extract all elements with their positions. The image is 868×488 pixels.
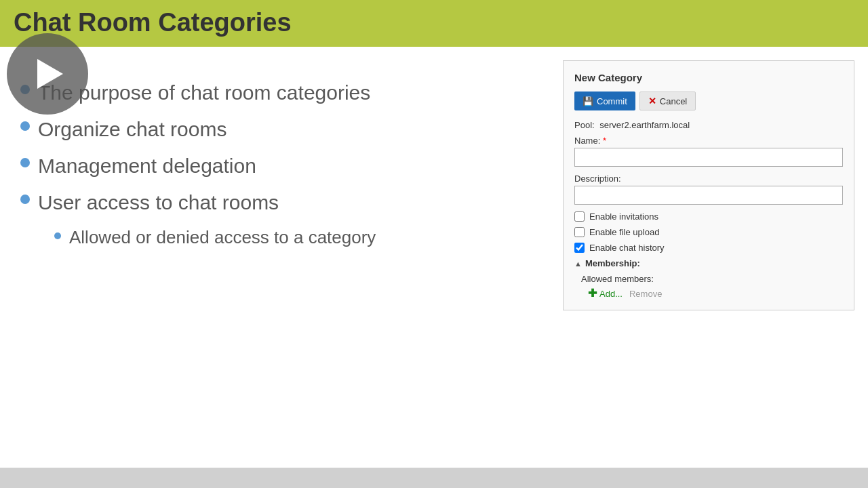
bullet-text-3: Management delegation [38, 154, 256, 178]
form-container: New Category 💾 Commit ✕ Cancel Pool: ser… [563, 60, 854, 310]
required-indicator: * [603, 136, 606, 146]
left-panel: The purpose of chat room categories Orga… [0, 47, 556, 487]
checkbox-chathistory-row: Enable chat history [574, 243, 843, 253]
header-bar: Chat Room Categories [0, 0, 868, 47]
membership-header: ▲ Membership: [574, 258, 843, 268]
bullet-dot [20, 195, 30, 204]
allowed-members-label: Allowed members: [574, 274, 843, 284]
list-item: Management delegation [20, 154, 536, 178]
plus-icon: ✚ [588, 288, 597, 299]
membership-section: ▲ Membership: Allowed members: ✚ Add... … [574, 258, 843, 299]
checkbox-fileupload-row: Enable file upload [574, 227, 843, 237]
description-input[interactable] [574, 186, 843, 205]
pool-label: Pool: [574, 120, 595, 130]
bullet-dot [20, 158, 30, 167]
commit-label: Commit [597, 96, 627, 106]
cancel-button[interactable]: ✕ Cancel [639, 92, 696, 110]
name-field-row: Name: * [574, 136, 843, 167]
enable-file-upload-label: Enable file upload [589, 227, 659, 237]
member-actions: ✚ Add... Remove [574, 288, 843, 299]
remove-button[interactable]: Remove [629, 289, 662, 299]
add-label: Add... [599, 289, 623, 299]
main-content: The purpose of chat room categories Orga… [0, 47, 868, 487]
remove-label: Remove [629, 289, 662, 299]
bullet-text-1: The purpose of chat room categories [38, 81, 370, 105]
membership-label: Membership: [585, 258, 640, 268]
save-icon: 💾 [583, 96, 593, 106]
enable-chat-history-checkbox[interactable] [574, 243, 585, 253]
bullet-text-2: Organize chat rooms [38, 117, 226, 142]
bullet-list: The purpose of chat room categories Orga… [14, 81, 536, 248]
enable-invitations-checkbox[interactable] [574, 211, 585, 222]
play-icon [37, 59, 63, 89]
list-item: Allowed or denied access to a category [54, 227, 536, 248]
checkbox-invitations-row: Enable invitations [574, 211, 843, 222]
cancel-label: Cancel [660, 96, 687, 106]
pool-value: server2.earthfarm.local [599, 120, 690, 130]
cancel-icon: ✕ [648, 96, 656, 106]
page-title: Chat Room Categories [14, 8, 292, 37]
form-title: New Category [574, 72, 843, 83]
bullet-dot-small [54, 232, 61, 239]
bullet-text-4: User access to chat rooms [38, 190, 279, 215]
bullet-text-5: Allowed or denied access to a category [69, 227, 376, 248]
list-item: The purpose of chat room categories [20, 81, 536, 105]
name-label: Name: * [574, 136, 843, 146]
toolbar: 💾 Commit ✕ Cancel [574, 92, 843, 110]
add-button[interactable]: ✚ Add... [588, 288, 623, 299]
list-item: Organize chat rooms [20, 117, 536, 142]
bullet-dot [20, 121, 30, 131]
right-panel: New Category 💾 Commit ✕ Cancel Pool: ser… [556, 47, 868, 487]
bottom-bar [0, 468, 868, 488]
list-item: User access to chat rooms [20, 190, 536, 215]
pool-row: Pool: server2.earthfarm.local [574, 120, 843, 130]
description-field-row: Description: [574, 174, 843, 205]
collapse-arrow-icon[interactable]: ▲ [574, 260, 582, 268]
description-label: Description: [574, 174, 843, 184]
enable-chat-history-label: Enable chat history [589, 243, 665, 253]
play-button[interactable] [7, 33, 88, 115]
name-input[interactable] [574, 148, 843, 167]
enable-file-upload-checkbox[interactable] [574, 227, 585, 237]
commit-button[interactable]: 💾 Commit [574, 92, 635, 110]
enable-invitations-label: Enable invitations [589, 211, 658, 222]
